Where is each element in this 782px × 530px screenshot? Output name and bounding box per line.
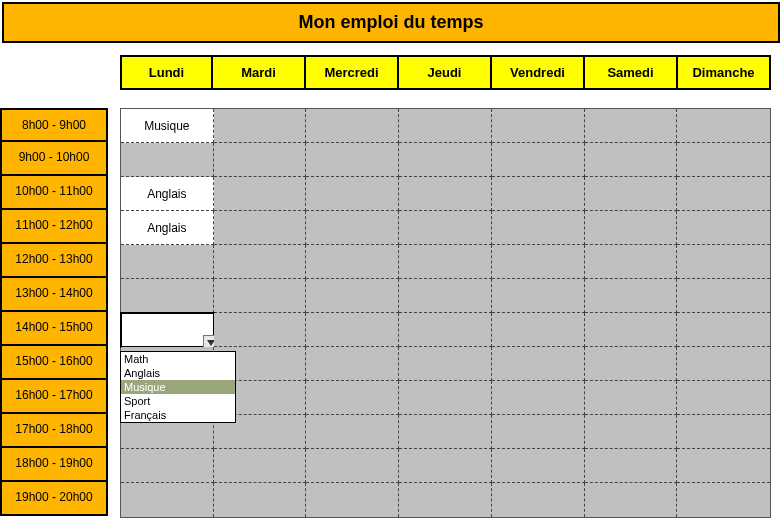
grid-cell[interactable] — [214, 109, 307, 143]
body-row: 8h00 - 9h009h00 - 10h0010h00 - 11h0011h0… — [0, 108, 782, 518]
grid-cell[interactable] — [121, 245, 214, 279]
grid-cell[interactable] — [585, 211, 678, 245]
grid-cell[interactable] — [399, 177, 492, 211]
grid-cell[interactable] — [585, 483, 678, 517]
grid-cell[interactable] — [399, 245, 492, 279]
grid-cell[interactable] — [399, 313, 492, 347]
grid-cell[interactable] — [492, 279, 585, 313]
grid-cell[interactable] — [492, 143, 585, 177]
grid-cell[interactable] — [492, 347, 585, 381]
time-slot-0: 8h00 - 9h00 — [0, 108, 108, 142]
page-title: Mon emploi du temps — [2, 2, 780, 43]
grid-cell[interactable] — [306, 245, 399, 279]
grid-cell[interactable] — [306, 381, 399, 415]
grid-cell[interactable] — [121, 483, 214, 517]
grid-cell[interactable] — [306, 109, 399, 143]
grid-cell[interactable] — [677, 313, 770, 347]
grid-cell[interactable] — [585, 347, 678, 381]
grid-row — [121, 143, 770, 177]
grid-cell[interactable] — [306, 279, 399, 313]
grid-cell[interactable] — [585, 449, 678, 483]
grid-cell[interactable] — [306, 415, 399, 449]
dropdown-item[interactable]: Français — [121, 408, 235, 422]
grid-cell[interactable] — [585, 279, 678, 313]
grid-cell[interactable] — [399, 211, 492, 245]
grid-cell[interactable] — [306, 483, 399, 517]
grid-cell[interactable] — [677, 381, 770, 415]
grid-cell[interactable] — [585, 415, 678, 449]
grid-cell[interactable] — [492, 245, 585, 279]
grid-cell[interactable] — [214, 211, 307, 245]
grid-cell[interactable] — [677, 109, 770, 143]
grid-cell[interactable] — [214, 449, 307, 483]
grid-cell[interactable] — [677, 347, 770, 381]
time-slot-11: 19h00 - 20h00 — [0, 482, 108, 516]
time-slot-4: 12h00 - 13h00 — [0, 244, 108, 278]
grid-row — [121, 449, 770, 483]
grid-cell[interactable] — [585, 313, 678, 347]
grid-cell[interactable] — [677, 483, 770, 517]
grid-cell[interactable] — [214, 245, 307, 279]
grid-row — [121, 245, 770, 279]
day-header-1: Mardi — [213, 55, 306, 90]
dropdown-item[interactable]: Musique — [121, 380, 235, 394]
grid-cell[interactable] — [677, 245, 770, 279]
grid-cell[interactable] — [399, 449, 492, 483]
time-slot-8: 16h00 - 17h00 — [0, 380, 108, 414]
grid-cell[interactable] — [214, 483, 307, 517]
grid-cell[interactable] — [214, 279, 307, 313]
grid-cell[interactable]: Musique — [121, 109, 214, 143]
dropdown-item[interactable]: Sport — [121, 394, 235, 408]
grid-cell[interactable] — [677, 415, 770, 449]
timetable-layout: LundiMardiMercrediJeudiVendrediSamediDim… — [0, 55, 782, 518]
grid-cell[interactable] — [399, 109, 492, 143]
grid-cell[interactable] — [585, 109, 678, 143]
grid-cell[interactable] — [492, 415, 585, 449]
grid-cell[interactable] — [121, 279, 214, 313]
grid-cell[interactable] — [492, 211, 585, 245]
grid-cell[interactable] — [214, 143, 307, 177]
grid-cell[interactable]: MathAnglaisMusiqueSportFrançais — [121, 313, 214, 347]
grid-cell[interactable] — [677, 143, 770, 177]
grid-cell[interactable] — [306, 449, 399, 483]
grid-cell[interactable] — [677, 177, 770, 211]
grid-cell[interactable] — [585, 245, 678, 279]
grid-row: Anglais — [121, 177, 770, 211]
grid-cell[interactable] — [492, 483, 585, 517]
dropdown-list[interactable]: MathAnglaisMusiqueSportFrançais — [120, 351, 236, 423]
grid-cell[interactable] — [399, 415, 492, 449]
grid-cell[interactable] — [306, 143, 399, 177]
grid-cell[interactable] — [492, 313, 585, 347]
grid-cell[interactable] — [492, 109, 585, 143]
grid-cell[interactable] — [492, 449, 585, 483]
grid-cell[interactable]: Anglais — [121, 177, 214, 211]
grid-cell[interactable] — [214, 313, 307, 347]
grid-cell[interactable] — [306, 177, 399, 211]
grid-cell[interactable] — [677, 279, 770, 313]
dropdown-item[interactable]: Anglais — [121, 366, 235, 380]
grid-cell[interactable] — [306, 347, 399, 381]
grid-cell[interactable] — [585, 381, 678, 415]
grid-cell[interactable] — [306, 211, 399, 245]
grid-cell[interactable] — [585, 143, 678, 177]
time-slot-10: 18h00 - 19h00 — [0, 448, 108, 482]
grid-cell[interactable] — [121, 449, 214, 483]
grid-cell[interactable] — [399, 143, 492, 177]
grid-cell[interactable] — [121, 143, 214, 177]
time-slot-7: 15h00 - 16h00 — [0, 346, 108, 380]
grid-cell[interactable] — [492, 177, 585, 211]
grid-cell[interactable] — [677, 449, 770, 483]
grid-cell[interactable] — [399, 347, 492, 381]
dropdown-item[interactable]: Math — [121, 352, 235, 366]
day-header-0: Lundi — [120, 55, 213, 90]
day-header-4: Vendredi — [492, 55, 585, 90]
grid-cell[interactable] — [492, 381, 585, 415]
grid-cell[interactable] — [585, 177, 678, 211]
grid-cell[interactable]: Anglais — [121, 211, 214, 245]
grid-cell[interactable] — [399, 279, 492, 313]
grid-cell[interactable] — [399, 381, 492, 415]
grid-cell[interactable] — [677, 211, 770, 245]
grid-cell[interactable] — [306, 313, 399, 347]
grid-cell[interactable] — [399, 483, 492, 517]
grid-cell[interactable] — [214, 177, 307, 211]
